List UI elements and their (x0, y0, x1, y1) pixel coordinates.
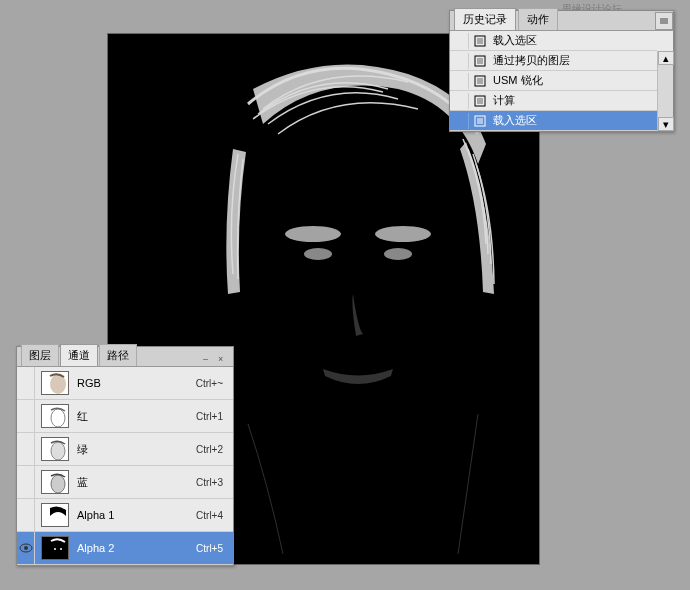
channel-thumbnail (41, 470, 69, 494)
history-item[interactable]: 载入选区 (450, 31, 657, 51)
history-step-icon (473, 114, 489, 128)
panel-minimize-button[interactable]: – (203, 354, 215, 366)
visibility-toggle[interactable] (17, 532, 35, 565)
history-item[interactable]: USM 锐化 (450, 71, 657, 91)
history-item[interactable]: 计算 (450, 91, 657, 111)
history-step-icon (473, 94, 489, 108)
channels-list: RGB Ctrl+~ 红 Ctrl+1 绿 Ctrl+2 蓝 Ctrl+3 Al… (17, 367, 233, 565)
channel-item-alpha1[interactable]: Alpha 1 Ctrl+4 (17, 499, 233, 532)
tab-layers[interactable]: 图层 (21, 344, 59, 366)
tab-channels[interactable]: 通道 (60, 344, 98, 366)
svg-point-35 (24, 546, 28, 550)
channel-item-alpha2[interactable]: Alpha 2 Ctrl+5 (17, 532, 233, 565)
svg-point-32 (51, 475, 65, 493)
svg-point-1 (285, 226, 341, 242)
history-list: 载入选区 通过拷贝的图层 USM 锐化 计算 载入选区 (450, 31, 657, 131)
svg-point-30 (51, 442, 65, 460)
panel-close-button[interactable]: × (218, 354, 230, 366)
visibility-toggle[interactable] (17, 499, 35, 532)
svg-point-3 (304, 248, 332, 260)
channel-item-blue[interactable]: 蓝 Ctrl+3 (17, 466, 233, 499)
channel-item-rgb[interactable]: RGB Ctrl+~ (17, 367, 233, 400)
channel-thumbnail (41, 503, 69, 527)
eye-icon (19, 543, 33, 553)
channel-thumbnail (41, 536, 69, 560)
tab-actions[interactable]: 动作 (518, 8, 558, 30)
history-step-icon (473, 54, 489, 68)
history-panel: 历史记录 动作 载入选区 通过拷贝的图层 USM 锐化 (449, 10, 674, 132)
scroll-up-button[interactable]: ▴ (658, 51, 674, 65)
history-panel-tabs: 历史记录 动作 (450, 11, 673, 31)
visibility-toggle[interactable] (17, 367, 35, 400)
channels-panel: 图层 通道 路径 – × RGB Ctrl+~ 红 Ctrl+1 绿 Ctrl+… (16, 346, 234, 566)
history-item[interactable]: 载入选区 (450, 111, 657, 131)
history-scrollbar[interactable]: ▴ ▾ (657, 51, 673, 131)
svg-point-2 (375, 226, 431, 242)
history-step-icon (473, 74, 489, 88)
visibility-toggle[interactable] (17, 433, 35, 466)
channel-item-red[interactable]: 红 Ctrl+1 (17, 400, 233, 433)
visibility-toggle[interactable] (17, 400, 35, 433)
tab-history[interactable]: 历史记录 (454, 8, 516, 30)
svg-point-37 (54, 548, 56, 550)
channel-thumbnail (41, 404, 69, 428)
svg-point-4 (384, 248, 412, 260)
channel-thumbnail (41, 437, 69, 461)
history-item[interactable]: 通过拷贝的图层 (450, 51, 657, 71)
channel-thumbnail (41, 371, 69, 395)
svg-point-38 (60, 548, 62, 550)
channels-panel-tabs: 图层 通道 路径 – × (17, 347, 233, 367)
tab-paths[interactable]: 路径 (99, 344, 137, 366)
channel-item-green[interactable]: 绿 Ctrl+2 (17, 433, 233, 466)
visibility-toggle[interactable] (17, 466, 35, 499)
scroll-down-button[interactable]: ▾ (658, 117, 674, 131)
history-step-icon (473, 34, 489, 48)
panel-menu-button[interactable] (655, 12, 673, 30)
